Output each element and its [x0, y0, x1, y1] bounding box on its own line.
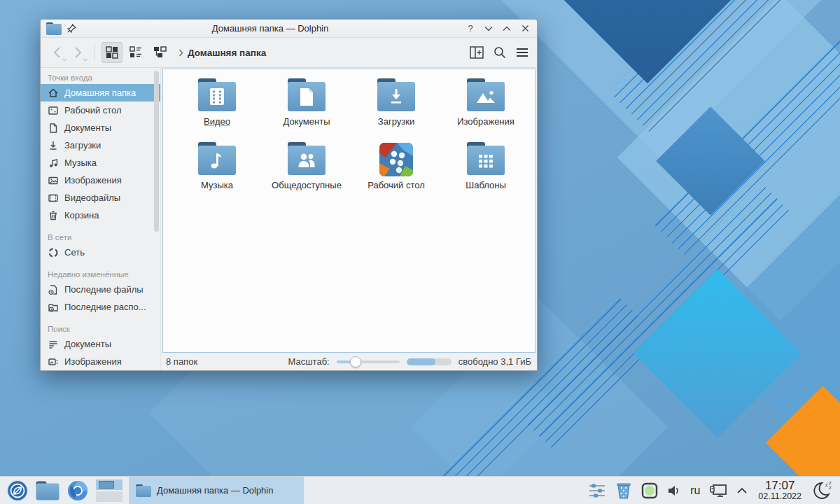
sidebar-item-label: Сеть: [64, 247, 85, 258]
recent-folder-icon: [48, 302, 59, 313]
audio-mixer-icon[interactable]: [588, 482, 606, 499]
folder-label: Рабочий стол: [368, 180, 425, 190]
sidebar-item-network[interactable]: Сеть: [41, 244, 160, 261]
folder-item-pictures[interactable]: Изображения: [441, 78, 531, 141]
forward-history-chevron-icon[interactable]: [83, 58, 88, 62]
recent-file-icon: [48, 284, 59, 295]
sidebar-scrollbar[interactable]: [154, 71, 159, 232]
window-app-icon: [46, 22, 62, 35]
search-icon[interactable]: [493, 46, 506, 59]
svg-text:z: z: [829, 485, 832, 491]
clock-time: 17:07: [758, 479, 802, 492]
folder-item-public[interactable]: Общедоступные: [262, 142, 351, 205]
file-manager-launcher[interactable]: [36, 479, 59, 503]
sidebar-item-music[interactable]: Музыка: [41, 154, 160, 172]
volume-icon[interactable]: [667, 484, 681, 498]
breadcrumb-current-folder[interactable]: Домашняя папка: [188, 48, 266, 58]
folder-icon-templates: [467, 146, 505, 175]
minimize-button[interactable]: [482, 22, 495, 35]
dolphin-window: Домашняя папка — Dolphin ?: [40, 19, 538, 371]
folder-item-desktop[interactable]: Рабочий стол: [351, 142, 441, 205]
keyboard-layout-indicator[interactable]: ru: [690, 484, 700, 497]
browser-launcher[interactable]: [66, 479, 90, 503]
sidebar-item-recent-locations[interactable]: Последние распо...: [41, 298, 160, 316]
folder-item-documents[interactable]: Документы: [262, 78, 351, 141]
sidebar-item-label: Домашняя папка: [64, 88, 136, 98]
close-button[interactable]: [519, 22, 531, 35]
trash-tray-icon[interactable]: [615, 482, 632, 500]
chromium-icon: [66, 479, 89, 502]
folder-label: Видео: [204, 116, 230, 127]
image-search-icon: [48, 356, 59, 368]
tray-expander-chevron-icon[interactable]: [736, 487, 748, 494]
zoom-label: Масштаб:: [288, 356, 329, 367]
zoom-slider-handle[interactable]: [350, 356, 361, 368]
digital-clock[interactable]: 17:07 02.11.2022: [758, 479, 802, 501]
folder-label: Изображения: [457, 116, 514, 127]
pager-desktop-2[interactable]: [96, 491, 122, 502]
sidebar-item-label: Рабочий стол: [64, 105, 122, 115]
sidebar-item-recent-files[interactable]: Последние файлы: [41, 281, 160, 298]
pager-desktop-1[interactable]: [96, 479, 122, 490]
folder-icon-music: [198, 146, 236, 175]
zoom-slider[interactable]: [337, 356, 400, 368]
places-section-header: Недавно изменённые: [41, 270, 160, 281]
sidebar-item-label: Загрузки: [64, 140, 101, 150]
sidebar-item-home[interactable]: Домашняя папка: [41, 84, 160, 102]
folder-view[interactable]: Видео Документы: [162, 69, 536, 353]
sidebar-item-label: Последние распо...: [64, 302, 146, 312]
details-view-button[interactable]: [125, 42, 146, 63]
green-led-tray-icon[interactable]: [641, 482, 658, 499]
tree-view-button[interactable]: [149, 42, 170, 63]
sidebar-item-search-images[interactable]: Изображения: [41, 353, 160, 370]
back-history-chevron-icon[interactable]: [62, 58, 67, 62]
window-title: Домашняя папка — Dolphin: [82, 23, 458, 34]
app-launcher-button[interactable]: [6, 479, 29, 503]
folder-label: Загрузки: [378, 116, 414, 127]
folder-icon-downloads: [377, 82, 415, 111]
split-view-icon[interactable]: [470, 46, 484, 59]
tree-view-icon: [153, 46, 167, 59]
statusbar: 8 папок Масштаб: свободно 3,1 ГиБ: [161, 353, 537, 370]
breadcrumb[interactable]: Домашняя папка: [178, 48, 467, 58]
icons-view-button[interactable]: [102, 42, 122, 63]
device-notifier-icon[interactable]: [709, 482, 727, 499]
back-button[interactable]: [48, 43, 66, 62]
places-section-header: Поиск: [41, 325, 160, 335]
forward-button[interactable]: [69, 43, 87, 62]
document-icon: [48, 122, 59, 134]
help-button[interactable]: ?: [464, 22, 477, 35]
titlebar[interactable]: Домашняя папка — Dolphin ?: [41, 20, 537, 38]
sidebar-item-pictures[interactable]: Изображения: [41, 172, 160, 189]
sidebar-item-trash[interactable]: Корзина: [41, 206, 160, 224]
toolbar: Домашняя папка: [41, 38, 537, 68]
system-tray: ru 17:07 02.11.2022 z z z: [588, 479, 834, 501]
folder-label: Документы: [283, 116, 330, 127]
sidebar-item-label: Видеофайлы: [64, 192, 120, 203]
folder-item-templates[interactable]: Шаблоны: [441, 142, 531, 205]
sidebar-item-label: Музыка: [64, 158, 97, 168]
hamburger-menu-icon[interactable]: [516, 48, 528, 57]
sidebar-item-desktop[interactable]: Рабочий стол: [41, 102, 160, 119]
home-icon: [48, 88, 59, 99]
clock-date: 02.11.2022: [758, 492, 802, 501]
places-section-header: Точки входа: [41, 74, 160, 84]
folder-item-video[interactable]: Видео: [172, 78, 262, 141]
maximize-button[interactable]: [500, 22, 513, 35]
sidebar-item-videos[interactable]: Видеофайлы: [41, 189, 160, 206]
folder-item-music[interactable]: Музыка: [172, 142, 262, 205]
sidebar-item-downloads[interactable]: Загрузки: [41, 136, 160, 154]
sidebar-item-search-documents[interactable]: Документы: [41, 335, 160, 353]
desktop-icon: [48, 105, 59, 116]
desktop: Домашняя папка — Dolphin ?: [0, 0, 840, 504]
folder-icon-documents: [288, 82, 326, 111]
task-button-dolphin[interactable]: Домашняя папка — Dolphin: [129, 477, 304, 504]
sidebar-item-label: Изображения: [64, 356, 122, 367]
virtual-desktop-pager[interactable]: [96, 478, 122, 503]
sidebar-item-documents[interactable]: Документы: [41, 119, 160, 136]
sidebar-item-label: Корзина: [64, 210, 99, 220]
folder-item-downloads[interactable]: Загрузки: [351, 78, 441, 141]
pin-icon[interactable]: [67, 24, 76, 33]
night-mode-moon-icon[interactable]: z z z: [812, 480, 834, 501]
folder-label: Шаблоны: [465, 180, 506, 190]
